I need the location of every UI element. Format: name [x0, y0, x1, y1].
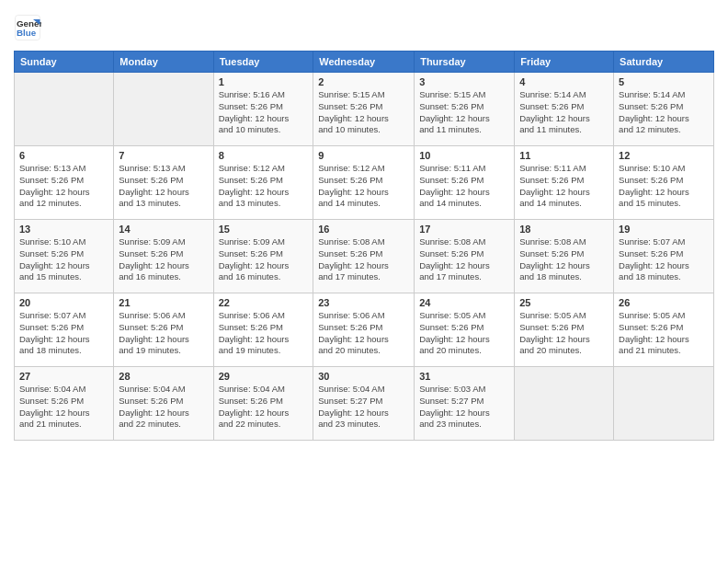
week-row-5: 27Sunrise: 5:04 AM Sunset: 5:26 PM Dayli… [15, 367, 714, 441]
calendar-cell: 17Sunrise: 5:08 AM Sunset: 5:26 PM Dayli… [415, 220, 515, 293]
day-number: 31 [419, 371, 509, 382]
day-info: Sunrise: 5:13 AM Sunset: 5:26 PM Dayligh… [119, 163, 208, 210]
calendar-cell: 9Sunrise: 5:12 AM Sunset: 5:26 PM Daylig… [313, 146, 415, 220]
calendar-cell [515, 367, 614, 441]
day-info: Sunrise: 5:04 AM Sunset: 5:26 PM Dayligh… [19, 384, 108, 431]
day-number: 5 [619, 76, 709, 87]
calendar-cell: 3Sunrise: 5:15 AM Sunset: 5:26 PM Daylig… [415, 73, 515, 146]
calendar-cell: 16Sunrise: 5:08 AM Sunset: 5:26 PM Dayli… [313, 220, 415, 293]
calendar-cell: 12Sunrise: 5:10 AM Sunset: 5:26 PM Dayli… [614, 146, 714, 220]
calendar-cell: 22Sunrise: 5:06 AM Sunset: 5:26 PM Dayli… [213, 293, 313, 367]
day-info: Sunrise: 5:11 AM Sunset: 5:26 PM Dayligh… [419, 163, 509, 210]
calendar-table: SundayMondayTuesdayWednesdayThursdayFrid… [14, 51, 714, 441]
day-number: 28 [119, 371, 208, 382]
header-friday: Friday [515, 52, 614, 73]
week-row-2: 6Sunrise: 5:13 AM Sunset: 5:26 PM Daylig… [15, 146, 714, 220]
day-info: Sunrise: 5:09 AM Sunset: 5:26 PM Dayligh… [219, 236, 309, 283]
day-info: Sunrise: 5:04 AM Sunset: 5:27 PM Dayligh… [318, 384, 409, 431]
day-info: Sunrise: 5:04 AM Sunset: 5:26 PM Dayligh… [219, 384, 309, 431]
day-number: 25 [519, 297, 609, 308]
day-number: 17 [419, 224, 509, 235]
calendar-cell: 4Sunrise: 5:14 AM Sunset: 5:26 PM Daylig… [515, 73, 614, 146]
day-number: 29 [219, 371, 309, 382]
day-number: 1 [219, 76, 309, 87]
week-row-1: 1Sunrise: 5:16 AM Sunset: 5:26 PM Daylig… [15, 73, 714, 146]
calendar-cell: 24Sunrise: 5:05 AM Sunset: 5:26 PM Dayli… [415, 293, 515, 367]
day-number: 6 [19, 150, 108, 161]
week-row-4: 20Sunrise: 5:07 AM Sunset: 5:26 PM Dayli… [15, 293, 714, 367]
day-info: Sunrise: 5:11 AM Sunset: 5:26 PM Dayligh… [519, 163, 609, 210]
calendar-cell: 1Sunrise: 5:16 AM Sunset: 5:26 PM Daylig… [213, 73, 313, 146]
calendar-cell: 18Sunrise: 5:08 AM Sunset: 5:26 PM Dayli… [515, 220, 614, 293]
day-info: Sunrise: 5:15 AM Sunset: 5:26 PM Dayligh… [318, 89, 409, 136]
calendar-cell: 11Sunrise: 5:11 AM Sunset: 5:26 PM Dayli… [515, 146, 614, 220]
svg-text:Blue: Blue [17, 28, 37, 38]
day-number: 24 [419, 297, 509, 308]
day-info: Sunrise: 5:06 AM Sunset: 5:26 PM Dayligh… [219, 310, 309, 357]
calendar-cell [15, 73, 114, 146]
day-number: 14 [119, 224, 208, 235]
day-info: Sunrise: 5:05 AM Sunset: 5:26 PM Dayligh… [419, 310, 509, 357]
day-number: 26 [619, 297, 709, 308]
day-number: 22 [219, 297, 309, 308]
calendar-cell: 26Sunrise: 5:05 AM Sunset: 5:26 PM Dayli… [614, 293, 714, 367]
header-saturday: Saturday [614, 52, 714, 73]
page-header: General Blue [14, 14, 714, 41]
calendar-cell: 2Sunrise: 5:15 AM Sunset: 5:26 PM Daylig… [313, 73, 415, 146]
day-info: Sunrise: 5:10 AM Sunset: 5:26 PM Dayligh… [19, 236, 108, 283]
calendar-cell: 5Sunrise: 5:14 AM Sunset: 5:26 PM Daylig… [614, 73, 714, 146]
header-tuesday: Tuesday [213, 52, 313, 73]
week-row-3: 13Sunrise: 5:10 AM Sunset: 5:26 PM Dayli… [15, 220, 714, 293]
calendar-cell [114, 73, 213, 146]
day-info: Sunrise: 5:03 AM Sunset: 5:27 PM Dayligh… [419, 384, 509, 431]
day-info: Sunrise: 5:12 AM Sunset: 5:26 PM Dayligh… [219, 163, 309, 210]
day-info: Sunrise: 5:08 AM Sunset: 5:26 PM Dayligh… [318, 236, 409, 283]
day-number: 7 [119, 150, 208, 161]
header-sunday: Sunday [15, 52, 114, 73]
day-number: 2 [318, 76, 409, 87]
day-info: Sunrise: 5:13 AM Sunset: 5:26 PM Dayligh… [19, 163, 108, 210]
day-info: Sunrise: 5:07 AM Sunset: 5:26 PM Dayligh… [19, 310, 108, 357]
calendar-cell: 13Sunrise: 5:10 AM Sunset: 5:26 PM Dayli… [15, 220, 114, 293]
calendar-cell: 28Sunrise: 5:04 AM Sunset: 5:26 PM Dayli… [114, 367, 213, 441]
calendar-cell: 27Sunrise: 5:04 AM Sunset: 5:26 PM Dayli… [15, 367, 114, 441]
day-info: Sunrise: 5:06 AM Sunset: 5:26 PM Dayligh… [318, 310, 409, 357]
calendar-cell: 25Sunrise: 5:05 AM Sunset: 5:26 PM Dayli… [515, 293, 614, 367]
day-number: 16 [318, 224, 409, 235]
day-info: Sunrise: 5:05 AM Sunset: 5:26 PM Dayligh… [619, 310, 709, 357]
calendar-cell: 14Sunrise: 5:09 AM Sunset: 5:26 PM Dayli… [114, 220, 213, 293]
day-number: 11 [519, 150, 609, 161]
day-number: 3 [419, 76, 509, 87]
header-thursday: Thursday [415, 52, 515, 73]
calendar-cell: 30Sunrise: 5:04 AM Sunset: 5:27 PM Dayli… [313, 367, 415, 441]
logo-icon: General Blue [14, 14, 41, 41]
day-number: 23 [318, 297, 409, 308]
day-info: Sunrise: 5:09 AM Sunset: 5:26 PM Dayligh… [119, 236, 208, 283]
day-info: Sunrise: 5:15 AM Sunset: 5:26 PM Dayligh… [419, 89, 509, 136]
day-info: Sunrise: 5:14 AM Sunset: 5:26 PM Dayligh… [619, 89, 709, 136]
day-number: 9 [318, 150, 409, 161]
day-info: Sunrise: 5:08 AM Sunset: 5:26 PM Dayligh… [419, 236, 509, 283]
calendar-cell: 10Sunrise: 5:11 AM Sunset: 5:26 PM Dayli… [415, 146, 515, 220]
day-info: Sunrise: 5:05 AM Sunset: 5:26 PM Dayligh… [519, 310, 609, 357]
calendar-cell: 15Sunrise: 5:09 AM Sunset: 5:26 PM Dayli… [213, 220, 313, 293]
day-info: Sunrise: 5:07 AM Sunset: 5:26 PM Dayligh… [619, 236, 709, 283]
header-monday: Monday [114, 52, 213, 73]
calendar-cell: 31Sunrise: 5:03 AM Sunset: 5:27 PM Dayli… [415, 367, 515, 441]
day-number: 8 [219, 150, 309, 161]
day-number: 20 [19, 297, 108, 308]
day-number: 13 [19, 224, 108, 235]
day-number: 21 [119, 297, 208, 308]
day-number: 12 [619, 150, 709, 161]
calendar-cell: 8Sunrise: 5:12 AM Sunset: 5:26 PM Daylig… [213, 146, 313, 220]
day-number: 4 [519, 76, 609, 87]
calendar-cell: 23Sunrise: 5:06 AM Sunset: 5:26 PM Dayli… [313, 293, 415, 367]
calendar-cell: 21Sunrise: 5:06 AM Sunset: 5:26 PM Dayli… [114, 293, 213, 367]
day-info: Sunrise: 5:12 AM Sunset: 5:26 PM Dayligh… [318, 163, 409, 210]
day-number: 15 [219, 224, 309, 235]
day-info: Sunrise: 5:14 AM Sunset: 5:26 PM Dayligh… [519, 89, 609, 136]
day-number: 19 [619, 224, 709, 235]
weekday-header-row: SundayMondayTuesdayWednesdayThursdayFrid… [15, 52, 714, 73]
day-info: Sunrise: 5:10 AM Sunset: 5:26 PM Dayligh… [619, 163, 709, 210]
day-number: 30 [318, 371, 409, 382]
